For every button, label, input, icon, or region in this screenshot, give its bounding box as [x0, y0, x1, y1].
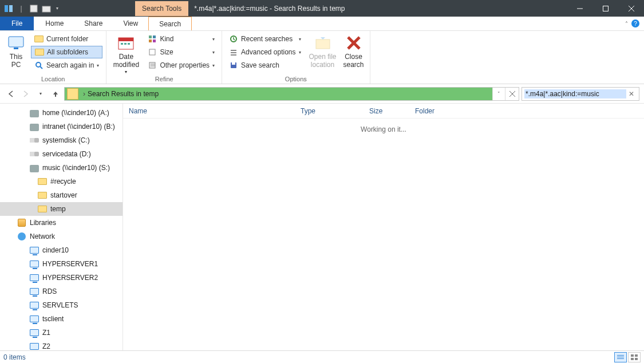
- clear-search-icon[interactable]: ✕: [626, 90, 637, 98]
- tab-search[interactable]: Search: [148, 17, 192, 30]
- size-label: Size: [160, 48, 173, 56]
- column-size[interactable]: Size: [364, 107, 409, 115]
- tab-home[interactable]: Home: [35, 17, 74, 30]
- tree-item[interactable]: RDS: [0, 285, 123, 298]
- open-file-location-button: Open file location: [307, 33, 339, 69]
- status-bar: 0 items: [0, 350, 644, 363]
- kind-button[interactable]: Kind ▾: [144, 33, 218, 45]
- qat-dropdown-icon[interactable]: ▾: [54, 6, 61, 11]
- all-subfolders-button[interactable]: All subfolders: [31, 46, 102, 58]
- stop-button[interactable]: [505, 88, 519, 100]
- tab-file[interactable]: File: [0, 17, 34, 30]
- search-again-in-button[interactable]: Search again in ▾: [31, 59, 102, 72]
- size-button[interactable]: Size ▾: [144, 46, 218, 58]
- window-title: *.m4a|*.aac|kind:=music - Search Results…: [194, 5, 345, 13]
- new-folder-icon[interactable]: [41, 3, 52, 14]
- tree-item[interactable]: #recycle: [0, 175, 123, 188]
- address-dropdown-icon[interactable]: ˅: [492, 88, 505, 100]
- tree-item[interactable]: music (\\cinder10) (S:): [0, 161, 123, 175]
- tree-item[interactable]: Z1: [0, 326, 123, 340]
- tree-item-label: systemdisk (C:): [42, 136, 90, 144]
- tree-item-label: intranet (\\cinder10) (B:): [42, 123, 115, 131]
- netdrive-icon: [30, 122, 39, 131]
- tree-item-label: #recycle: [50, 177, 76, 186]
- minimize-button[interactable]: [567, 0, 592, 17]
- close-search-button[interactable]: Close search: [341, 33, 366, 69]
- open-location-icon: [314, 34, 332, 52]
- ribbon: This PC Current folder All subfolders Se…: [0, 31, 644, 84]
- comp-icon: [30, 342, 39, 350]
- tree-item[interactable]: temp: [0, 202, 123, 216]
- tree-item[interactable]: cinder10: [0, 243, 123, 257]
- column-folder[interactable]: Folder: [409, 107, 478, 115]
- navigation-tree[interactable]: home (\\cinder10) (A:)intranet (\\cinder…: [0, 104, 123, 350]
- tree-item[interactable]: intranet (\\cinder10) (B:): [0, 120, 123, 133]
- recent-searches-button[interactable]: Recent searches ▾: [226, 33, 304, 45]
- search-query[interactable]: *.m4a|*.aac|kind:=music: [524, 89, 626, 98]
- tree-item[interactable]: servicedata (D:): [0, 147, 123, 161]
- svg-rect-40: [635, 354, 638, 357]
- search-box[interactable]: *.m4a|*.aac|kind:=music ✕: [521, 87, 639, 101]
- tree-item[interactable]: Network: [0, 230, 123, 243]
- help-icon[interactable]: ?: [631, 19, 639, 27]
- titlebar: | ▾ Search Tools *.m4a|*.aac|kind:=music…: [0, 0, 644, 17]
- net-icon: [17, 232, 26, 241]
- tree-item-label: music (\\cinder10) (S:): [42, 164, 110, 172]
- svg-rect-14: [121, 43, 123, 45]
- details-view-button[interactable]: [614, 352, 627, 362]
- svg-rect-20: [153, 40, 156, 42]
- up-button[interactable]: [49, 88, 62, 100]
- qat-separator: |: [16, 3, 26, 14]
- tree-item[interactable]: Z2: [0, 340, 123, 350]
- ribbon-collapse-icon[interactable]: ˄: [625, 21, 628, 27]
- folder-icon: [38, 204, 47, 214]
- tree-item-label: Network: [30, 232, 55, 240]
- close-button[interactable]: [618, 0, 644, 17]
- tree-item-label: tsclient: [42, 315, 64, 323]
- svg-rect-39: [631, 354, 634, 357]
- tree-item-label: HYPERSERVER2: [42, 274, 98, 282]
- folder-icon: [38, 177, 47, 186]
- main-content: home (\\cinder10) (A:)intranet (\\cinder…: [0, 103, 644, 350]
- tree-item-label: servicedata (D:): [42, 150, 91, 158]
- chevron-down-icon: ▾: [212, 50, 215, 55]
- breadcrumb-chevron-icon[interactable]: ›: [81, 90, 88, 98]
- search-again-label: Search again in: [46, 61, 94, 69]
- svg-rect-2: [30, 5, 37, 12]
- maximize-button[interactable]: [592, 0, 618, 17]
- tree-item-label: cinder10: [42, 246, 69, 254]
- ribbon-group-location: This PC Current folder All subfolders Se…: [0, 31, 106, 84]
- tab-view[interactable]: View: [113, 17, 148, 30]
- properties-icon[interactable]: [29, 3, 39, 14]
- properties-icon: [148, 61, 157, 70]
- tree-item[interactable]: startover: [0, 188, 123, 202]
- tree-item[interactable]: HYPERSERVER2: [0, 271, 123, 285]
- svg-rect-42: [635, 358, 638, 360]
- ribbon-group-refine: Date modified ▾ Kind ▾ Size ▾ Other prop…: [106, 31, 222, 84]
- tree-item[interactable]: tsclient: [0, 312, 123, 326]
- tree-item[interactable]: home (\\cinder10) (A:): [0, 106, 123, 120]
- tree-item[interactable]: HYPERSERVER1: [0, 257, 123, 271]
- tree-item[interactable]: SERVLETS: [0, 298, 123, 312]
- advanced-options-button[interactable]: Advanced options ▾: [226, 46, 304, 58]
- open-file-location-label: Open file location: [309, 53, 337, 69]
- tree-item-label: HYPERSERVER1: [42, 260, 98, 268]
- other-properties-button[interactable]: Other properties ▾: [144, 59, 218, 72]
- address-bar[interactable]: › Search Results in temp ˅: [64, 87, 519, 101]
- advanced-icon: [229, 48, 238, 57]
- tree-item[interactable]: systemdisk (C:): [0, 133, 123, 147]
- this-pc-button[interactable]: This PC: [3, 33, 29, 69]
- thumbnails-view-button[interactable]: [628, 352, 641, 362]
- column-name[interactable]: Name: [123, 107, 295, 115]
- tree-item[interactable]: Libraries: [0, 216, 123, 230]
- save-search-button[interactable]: Save search: [226, 59, 304, 72]
- svg-rect-27: [231, 52, 236, 53]
- current-folder-button[interactable]: Current folder: [31, 33, 102, 45]
- other-properties-label: Other properties: [160, 61, 210, 69]
- column-type[interactable]: Type: [295, 107, 364, 115]
- item-count: 0 items: [3, 353, 26, 361]
- tab-share[interactable]: Share: [74, 17, 113, 30]
- back-button[interactable]: [5, 88, 17, 100]
- date-modified-button[interactable]: Date modified ▾: [110, 33, 142, 74]
- recent-locations-button[interactable]: ▾: [34, 88, 47, 100]
